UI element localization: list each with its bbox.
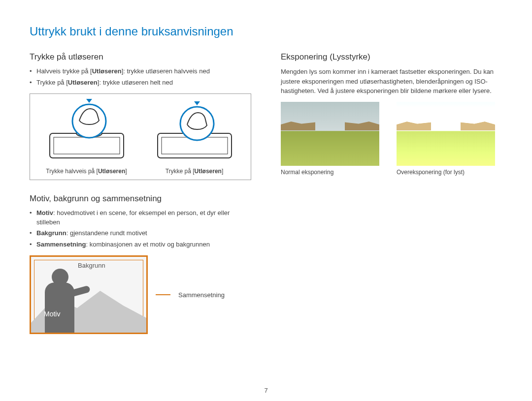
exposure-photo-row: Normal eksponering Overeksponering (for … bbox=[281, 102, 502, 176]
shutter-half-press-icon bbox=[45, 99, 129, 163]
shutter-full-press-icon bbox=[153, 99, 236, 163]
composition-diagram-row: Bakgrunn Motiv Sammensetning bbox=[30, 255, 251, 334]
two-column-layout: Trykke på utløseren Halvveis trykke på [… bbox=[30, 52, 502, 334]
text: Halvveis trykke på [ bbox=[36, 67, 92, 75]
bold-term: Utløseren bbox=[68, 79, 98, 86]
bold-term: Utløseren bbox=[92, 67, 122, 75]
callout-line bbox=[156, 294, 170, 295]
text: Trykke halvveis på [ bbox=[46, 168, 98, 175]
bold-term: Sammensetning bbox=[36, 241, 86, 248]
text: ] bbox=[125, 168, 127, 175]
shutter-bullet-list: Halvveis trykke på [Utløseren]: trykke u… bbox=[30, 67, 251, 88]
shutter-full-caption: Trykke på [Utløseren] bbox=[143, 168, 246, 175]
bold-term: Utløseren bbox=[98, 168, 125, 175]
bold-term: Bakgrunn bbox=[36, 229, 66, 237]
list-item: Trykke på [Utløseren]: trykke utløseren … bbox=[30, 78, 251, 88]
composition-frame: Bakgrunn Motiv bbox=[30, 255, 148, 334]
list-item: Motiv: hovedmotivet i en scene, for ekse… bbox=[30, 209, 251, 227]
list-item: Halvveis trykke på [Utløseren]: trykke u… bbox=[30, 67, 251, 76]
page-title: Uttrykk brukt i denne bruksanvisningen bbox=[30, 25, 502, 38]
exposure-paragraph: Mengden lys som kommer inn i kameraet fa… bbox=[281, 67, 502, 96]
text: : gjenstandene rundt motivet bbox=[66, 229, 147, 237]
section-heading-shutter: Trykke på utløseren bbox=[30, 52, 251, 62]
label-sammensetning: Sammensetning bbox=[178, 291, 225, 299]
list-item: Sammensetning: kombinasjonen av et motiv… bbox=[30, 240, 251, 249]
text: Trykke på [ bbox=[36, 79, 68, 86]
label-bakgrunn: Bakgrunn bbox=[78, 262, 105, 269]
svg-marker-5 bbox=[86, 99, 92, 103]
left-column: Trykke på utløseren Halvveis trykke på [… bbox=[30, 52, 251, 334]
photo-caption-overexposed: Overeksponering (for lyst) bbox=[397, 169, 502, 176]
label-motiv: Motiv bbox=[44, 310, 60, 318]
text: ]: trykke utløseren halvveis ned bbox=[122, 67, 210, 75]
photo-image-overexposed bbox=[397, 102, 495, 166]
text: : hovedmotivet i en scene, for eksempel … bbox=[36, 209, 230, 226]
bold-term: Utløseren bbox=[195, 168, 222, 175]
svg-rect-1 bbox=[54, 137, 120, 154]
text: ] bbox=[222, 168, 223, 175]
list-item: Bakgrunn: gjenstandene rundt motivet bbox=[30, 229, 251, 238]
composition-bullet-list: Motiv: hovedmotivet i en scene, for ekse… bbox=[30, 209, 251, 249]
shutter-full-press-figure: Trykke på [Utløseren] bbox=[143, 99, 246, 175]
shutter-diagram-box: Trykke halvveis på [Utløseren] Trykke på… bbox=[30, 93, 251, 180]
section-heading-exposure: Eksponering (Lysstyrke) bbox=[281, 52, 502, 62]
shutter-half-press-figure: Trykke halvveis på [Utløseren] bbox=[35, 99, 138, 175]
text: : kombinasjonen av et motiv og bakgrunne… bbox=[86, 241, 210, 248]
photo-overexposure: Overeksponering (for lyst) bbox=[397, 102, 502, 176]
photo-caption-normal: Normal eksponering bbox=[281, 169, 387, 176]
photo-normal-exposure: Normal eksponering bbox=[281, 102, 387, 176]
text: Trykke på [ bbox=[166, 168, 195, 175]
svg-marker-10 bbox=[194, 101, 200, 105]
shutter-half-caption: Trykke halvveis på [Utløseren] bbox=[35, 168, 138, 175]
right-column: Eksponering (Lysstyrke) Mengden lys som … bbox=[281, 52, 502, 334]
text: ]: trykke utløseren helt ned bbox=[98, 79, 173, 86]
photo-image-normal bbox=[281, 102, 379, 166]
page-number: 7 bbox=[0, 387, 532, 394]
bold-term: Motiv bbox=[36, 209, 53, 216]
section-heading-composition: Motiv, bakgrunn og sammensetning bbox=[30, 194, 251, 204]
person-silhouette bbox=[41, 269, 80, 333]
